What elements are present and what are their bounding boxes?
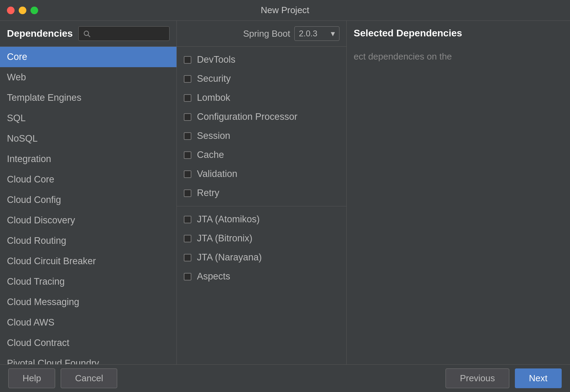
chevron-down-icon: ▾ xyxy=(331,29,335,38)
search-wrapper[interactable] xyxy=(78,26,170,41)
category-item-pivotal-cloud-foundry[interactable]: Pivotal Cloud Foundry xyxy=(0,353,176,364)
window-title: New Project xyxy=(261,5,309,16)
previous-button[interactable]: Previous xyxy=(446,368,509,388)
dep-label-lombok: Lombok xyxy=(197,92,230,103)
dep-label-configuration-processor: Configuration Processor xyxy=(197,112,297,122)
dep-item-retry[interactable]: Retry xyxy=(177,184,346,203)
checkbox-lombok[interactable] xyxy=(184,94,191,102)
selected-dependencies-title: Selected Dependencies xyxy=(354,28,563,39)
category-item-cloud-config[interactable]: Cloud Config xyxy=(0,190,176,210)
dep-label-validation: Validation xyxy=(197,169,238,179)
traffic-lights xyxy=(7,7,38,14)
dep-label-jta-bitronix: JTA (Bitronix) xyxy=(197,233,252,244)
close-button[interactable] xyxy=(7,7,15,14)
next-button[interactable]: Next xyxy=(515,368,562,388)
dep-label-security: Security xyxy=(197,73,231,84)
dep-item-security[interactable]: Security xyxy=(177,69,346,88)
category-item-web[interactable]: Web xyxy=(0,67,176,88)
category-item-core[interactable]: Core xyxy=(0,47,176,67)
category-item-nosql[interactable]: NoSQL xyxy=(0,128,176,149)
dep-item-lombok[interactable]: Lombok xyxy=(177,88,346,107)
maximize-button[interactable] xyxy=(31,7,38,14)
left-panel: Dependencies CoreWebTemplate EnginesSQLN… xyxy=(0,21,177,364)
dep-label-jta-narayana: JTA (Narayana) xyxy=(197,252,262,263)
category-list: CoreWebTemplate EnginesSQLNoSQLIntegrati… xyxy=(0,47,176,364)
right-panel: Selected Dependencies ect dependencies o… xyxy=(347,21,570,364)
dep-label-cache: Cache xyxy=(197,150,224,160)
spring-boot-label: Spring Boot xyxy=(243,28,290,39)
category-item-sql[interactable]: SQL xyxy=(0,108,176,128)
category-item-template-engines[interactable]: Template Engines xyxy=(0,88,176,108)
dep-label-aspects: Aspects xyxy=(197,271,230,282)
dep-item-validation[interactable]: Validation xyxy=(177,164,346,184)
checkbox-configuration-processor[interactable] xyxy=(184,113,191,121)
spring-boot-version: 2.0.3 xyxy=(299,29,317,38)
help-button[interactable]: Help xyxy=(8,368,55,388)
checkbox-jta-bitronix[interactable] xyxy=(184,235,191,242)
title-bar: New Project xyxy=(0,0,570,21)
selected-dependencies-content: ect dependencies on the xyxy=(354,44,563,357)
dep-item-devtools[interactable]: DevTools xyxy=(177,50,346,69)
checkbox-devtools[interactable] xyxy=(184,56,191,64)
dep-label-devtools: DevTools xyxy=(197,54,235,65)
dep-label-jta-atomikos: JTA (Atomikos) xyxy=(197,214,260,225)
bottom-left-buttons: Help Cancel xyxy=(8,368,117,388)
category-item-cloud-circuit-breaker[interactable]: Cloud Circuit Breaker xyxy=(0,251,176,271)
main-content: Dependencies CoreWebTemplate EnginesSQLN… xyxy=(0,21,570,364)
dep-item-session[interactable]: Session xyxy=(177,126,346,145)
dep-item-configuration-processor[interactable]: Configuration Processor xyxy=(177,107,346,126)
checkbox-jta-narayana[interactable] xyxy=(184,254,191,261)
dependencies-list: DevToolsSecurityLombokConfiguration Proc… xyxy=(177,47,346,364)
bottom-bar: Help Cancel Previous Next xyxy=(0,364,570,392)
dep-item-cache[interactable]: Cache xyxy=(177,145,346,164)
spring-boot-select[interactable]: 2.0.3 ▾ xyxy=(294,26,339,41)
minimize-button[interactable] xyxy=(19,7,26,14)
dep-item-jta-bitronix[interactable]: JTA (Bitronix) xyxy=(177,229,346,248)
cancel-button[interactable]: Cancel xyxy=(61,368,117,388)
dependencies-label: Dependencies xyxy=(7,28,73,39)
checkbox-cache[interactable] xyxy=(184,151,191,159)
checkbox-jta-atomikos[interactable] xyxy=(184,216,191,223)
search-icon xyxy=(83,30,90,37)
checkbox-security[interactable] xyxy=(184,75,191,83)
category-item-cloud-messaging[interactable]: Cloud Messaging xyxy=(0,292,176,312)
bottom-right-buttons: Previous Next xyxy=(446,368,562,388)
dep-label-session: Session xyxy=(197,131,230,141)
spring-boot-bar: Spring Boot 2.0.3 ▾ xyxy=(177,21,346,47)
middle-panel: Spring Boot 2.0.3 ▾ DevToolsSecurityLomb… xyxy=(177,21,347,364)
checkbox-aspects[interactable] xyxy=(184,273,191,280)
category-item-cloud-contract[interactable]: Cloud Contract xyxy=(0,333,176,353)
dep-label-retry: Retry xyxy=(197,188,219,198)
dep-item-aspects[interactable]: Aspects xyxy=(177,267,346,286)
category-item-cloud-discovery[interactable]: Cloud Discovery xyxy=(0,210,176,231)
category-item-cloud-routing[interactable]: Cloud Routing xyxy=(0,231,176,251)
checkbox-session[interactable] xyxy=(184,132,191,140)
top-bar: Dependencies xyxy=(0,21,176,47)
category-item-cloud-core[interactable]: Cloud Core xyxy=(0,169,176,190)
checkbox-retry[interactable] xyxy=(184,189,191,197)
search-input[interactable] xyxy=(93,29,165,38)
category-item-cloud-aws[interactable]: Cloud AWS xyxy=(0,312,176,333)
selected-dependencies-placeholder: ect dependencies on the xyxy=(354,51,452,62)
svg-line-1 xyxy=(88,35,90,37)
separator-line xyxy=(177,206,346,206)
dep-item-jta-atomikos[interactable]: JTA (Atomikos) xyxy=(177,210,346,229)
dep-item-jta-narayana[interactable]: JTA (Narayana) xyxy=(177,248,346,267)
category-item-cloud-tracing[interactable]: Cloud Tracing xyxy=(0,271,176,292)
checkbox-validation[interactable] xyxy=(184,170,191,178)
category-item-integration[interactable]: Integration xyxy=(0,149,176,169)
